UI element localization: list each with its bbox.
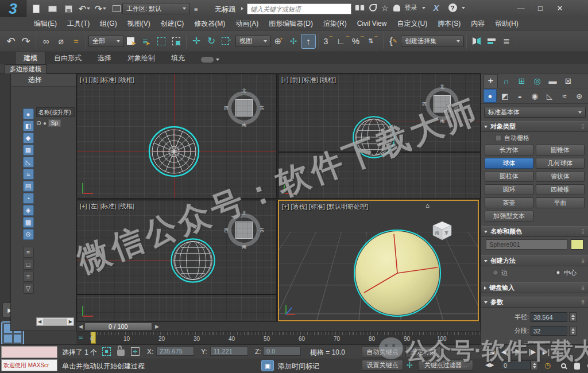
visibility-eye-icon[interactable]: ⊙	[36, 119, 41, 127]
menu-content[interactable]: 内容	[466, 17, 490, 30]
ribbon-tab-populate[interactable]: 填充	[163, 52, 193, 64]
ribbon-options-caret-icon[interactable]	[216, 59, 219, 61]
explorer-filter-funnel-icon[interactable]: ▽	[23, 283, 34, 294]
explorer-blank-icon[interactable]: □	[23, 259, 34, 270]
viewport-top[interactable]: [+] [顶] [标准] [线框] 北 东 南 西	[76, 73, 277, 199]
rollout-parameters[interactable]: 参数⣿	[481, 297, 588, 308]
z-coordinate-field[interactable]: 0.0	[263, 347, 301, 356]
undo-button[interactable]: ↶	[3, 34, 18, 49]
select-manipulate-icon[interactable]: ✢	[286, 34, 301, 49]
reference-coord-dropdown[interactable]: 视图	[235, 36, 271, 47]
unlink-icon[interactable]: ⌀	[53, 34, 68, 49]
next-frame-icon[interactable]: |▶	[527, 346, 538, 357]
creation-center-radio[interactable]: 中心	[555, 269, 577, 277]
select-by-name-icon[interactable]: ≡➤	[139, 34, 154, 49]
workspace-dropdown[interactable]: 工作区: 默认	[122, 3, 190, 14]
button-box[interactable]: 长方体	[485, 145, 533, 156]
redo-button[interactable]: ↷	[18, 34, 33, 49]
scroll-left-icon[interactable]: ◀	[38, 319, 41, 324]
auto-key-button[interactable]: 自动关键点	[362, 347, 403, 358]
select-place-icon[interactable]: ↑	[301, 34, 316, 49]
pan-hand-icon[interactable]	[571, 360, 583, 371]
button-cone[interactable]: 圆锥体	[536, 145, 585, 156]
menu-scripting[interactable]: 脚本(S)	[432, 17, 466, 30]
percent-snap-icon[interactable]: %⌒	[351, 34, 366, 49]
maximize-button[interactable]: □	[531, 1, 550, 15]
explorer-hscrollbar[interactable]: ◀ ▶	[36, 317, 74, 326]
workspace-menu-icon[interactable]: ≡	[194, 6, 198, 13]
button-plane[interactable]: 平面	[536, 197, 585, 208]
menu-civil-view[interactable]: Civil View	[352, 17, 392, 30]
select-move-icon[interactable]: ✛	[189, 34, 204, 49]
button-geosphere[interactable]: 几何球体	[536, 158, 585, 169]
new-file-icon[interactable]	[30, 3, 42, 14]
category-shapes[interactable]: ◩	[498, 89, 512, 103]
angle-snap-icon[interactable]: ∟⌒	[336, 34, 351, 49]
zoom-viewport-icon[interactable]	[558, 360, 570, 371]
frame-step-icon[interactable]: ◀▶	[485, 362, 494, 368]
bind-spacewarp-icon[interactable]: ≈	[68, 34, 83, 49]
viewcube-top[interactable]: 北 东 南 西	[226, 90, 262, 126]
named-selection-dropdown[interactable]: 创建选择集	[401, 36, 464, 47]
user-icon[interactable]	[393, 5, 400, 11]
isolate-selection-icon[interactable]	[102, 347, 111, 356]
filter-geometry-icon[interactable]: ●	[23, 108, 34, 119]
viewport-perspective[interactable]: [+] [透视] [标准] [默认明暗处理] ⌂ 南 东	[278, 200, 479, 321]
autogrid-checkbox[interactable]	[495, 135, 501, 141]
explorer-detail-view-icon[interactable]: ≡	[23, 271, 34, 282]
explorer-row-sphere001[interactable]: ⊙ ● Sp	[36, 118, 75, 128]
tab-display[interactable]: ▬	[546, 74, 560, 88]
category-geometry[interactable]: ●	[483, 89, 497, 103]
select-link-icon[interactable]: ∞	[38, 34, 53, 49]
snaps-toggle-icon[interactable]: 3⌒	[321, 34, 336, 49]
filter-helpers-icon[interactable]: ◺	[23, 157, 34, 168]
home-icon[interactable]: ⌂	[425, 202, 430, 209]
viewcube-front[interactable]: 北 东 南 西	[424, 86, 460, 122]
tab-utilities[interactable]: ⊠	[561, 74, 575, 88]
button-cylinder[interactable]: 圆柱体	[485, 171, 533, 182]
ribbon-tab-modeling[interactable]: 建模	[15, 52, 46, 64]
go-to-end-icon[interactable]: ▶|	[540, 346, 552, 357]
button-teapot[interactable]: 茶壶	[485, 197, 533, 208]
x-coordinate-field[interactable]: 235.675	[156, 347, 194, 356]
menu-edit[interactable]: 编辑(E)	[29, 17, 62, 30]
viewport-left-label[interactable]: [+] [左] [标准] [线框]	[80, 202, 134, 211]
favorites-star-icon[interactable]: ☆	[381, 3, 389, 13]
rollout-name-color[interactable]: 名称和颜色⣿	[481, 226, 588, 237]
button-sphere[interactable]: 球体	[485, 158, 533, 169]
selection-filter-dropdown[interactable]: 全部	[88, 36, 124, 47]
object-name-chip[interactable]: Sp	[48, 119, 61, 127]
menu-modifiers[interactable]: 修改器(M)	[189, 17, 230, 30]
rollout-keyboard-entry[interactable]: 键盘输入⣿	[481, 282, 588, 293]
object-name-field[interactable]: Sphere001	[486, 239, 567, 250]
menu-customize[interactable]: 自定义(U)	[392, 17, 432, 30]
open-file-icon[interactable]	[46, 3, 59, 14]
tab-create[interactable]: +	[483, 74, 498, 88]
category-systems[interactable]: ⊛	[572, 89, 586, 103]
viewcube-left[interactable]: 北 东 南 西	[226, 212, 262, 248]
help-caret-icon[interactable]	[462, 7, 465, 9]
play-button-icon[interactable]: ▶	[513, 346, 524, 357]
viewport-left[interactable]: [+] [左] [标准] [线框] 北 东 南 西	[76, 200, 277, 321]
explorer-column-header[interactable]: 名称(按升序)	[36, 107, 75, 117]
filter-containers-icon[interactable]: ◈	[23, 205, 34, 216]
rollout-creation-method[interactable]: 创建方法⣿	[481, 255, 588, 266]
select-scale-icon[interactable]: ⤡	[219, 34, 234, 49]
ribbon-panel-polygon-modeling[interactable]: 多边形建模	[5, 64, 47, 73]
current-frame-field[interactable]: 0	[501, 360, 531, 370]
orbit-icon[interactable]	[585, 360, 588, 371]
subcategory-dropdown[interactable]: 标准基本体	[484, 107, 586, 118]
rollout-object-type[interactable]: 对象类型⣿	[481, 121, 588, 132]
frame-spinner[interactable]	[531, 360, 538, 370]
radius-spinner[interactable]	[569, 312, 577, 322]
tab-modify[interactable]: ∩	[499, 74, 513, 88]
category-helpers[interactable]: ◺	[543, 89, 556, 103]
close-button[interactable]: ✕	[550, 1, 570, 15]
viewport-front[interactable]: [+] [前] [标准] [线框] 北 东 南 西	[278, 73, 481, 199]
mini-curve-editor-icon[interactable]: ≈	[79, 333, 83, 342]
radius-field[interactable]: 38.564	[531, 312, 567, 322]
set-key-button[interactable]: 设置关键点	[362, 360, 403, 371]
selection-lock-icon[interactable]	[117, 349, 125, 356]
align-icon[interactable]	[484, 34, 499, 49]
sphere-wireframe-left[interactable]	[169, 236, 217, 285]
